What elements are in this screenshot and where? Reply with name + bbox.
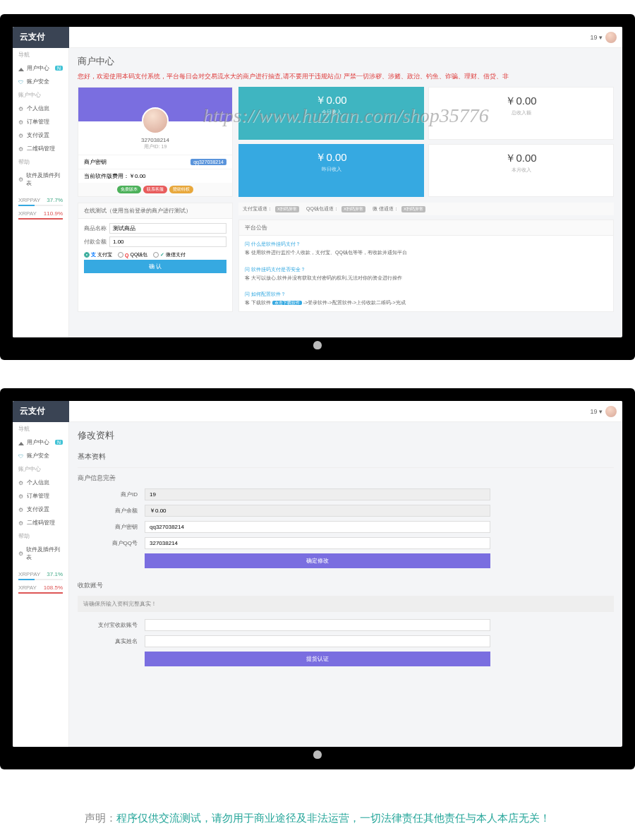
sidebar-item-profile[interactable]: 个人信息 bbox=[13, 476, 68, 489]
stat-xrpay: XRPAY108.5% bbox=[13, 583, 68, 592]
avatar[interactable] bbox=[605, 32, 617, 43]
radio-wechat[interactable]: ✓微信支付 bbox=[153, 251, 186, 258]
user-id-dropdown[interactable]: 19 ▾ bbox=[590, 34, 603, 41]
merchant-key-label: 商户密钥 bbox=[78, 523, 145, 531]
channel-status-row: 支付宝通道：X扫码异常 QQ钱包通道：X扫码异常 微 信通道：X扫码异常 bbox=[238, 203, 614, 215]
sidebar: 导航 用户中心N 账户安全 账户中心 个人信息 订单管理 支付设置 二维码管理 … bbox=[13, 422, 69, 747]
amount-input[interactable] bbox=[109, 236, 226, 247]
merchant-balance-input bbox=[145, 505, 490, 517]
status-badge: X扫码异常 bbox=[341, 206, 365, 212]
apple-icon bbox=[313, 341, 322, 349]
sidebar-item-plugins[interactable]: 软件及插件列表 bbox=[13, 169, 68, 190]
sidebar: 导航 用户中心 N 账户安全 账户中心 个人信息 订单管理 支付设置 二维码管理… bbox=[13, 48, 69, 337]
merchant-key-tag[interactable]: qq327038214 bbox=[190, 159, 226, 165]
sidebar-item-label: 二维码管理 bbox=[27, 145, 55, 152]
sidebar-item-label: 订单管理 bbox=[27, 118, 49, 126]
sidebar-item-qrcode[interactable]: 二维码管理 bbox=[13, 516, 68, 529]
sidebar-item-qrcode[interactable]: 二维码管理 bbox=[13, 142, 68, 155]
download-link[interactable]: 点击下载软件 bbox=[272, 301, 302, 305]
profile-avatar bbox=[142, 107, 169, 134]
watermark: https://www.huzhan.com/shop35776 bbox=[202, 104, 489, 127]
merchant-id-input bbox=[145, 488, 490, 500]
gear-icon bbox=[18, 119, 24, 125]
sidebar-item-plugins[interactable]: 软件及插件列表 bbox=[13, 543, 68, 564]
merchant-id-label: 商户ID bbox=[78, 491, 145, 498]
sidebar-item-user-center[interactable]: 用户中心N bbox=[13, 436, 68, 449]
brand-logo: 云支付 bbox=[13, 27, 69, 48]
faq-a1: 客 使用软件进行监控个人收款，支付宝、QQ钱包等等，有收款并通知平台 bbox=[245, 248, 607, 257]
topbar: 云支付 19 ▾ bbox=[13, 401, 622, 422]
product-name-input[interactable] bbox=[109, 223, 226, 234]
gear-icon bbox=[18, 551, 23, 556]
sidebar-item-label: 软件及插件列表 bbox=[26, 172, 63, 187]
test-panel-header: 在线测试（使用当前登录的商户进行测试） bbox=[78, 203, 232, 219]
section-basic-info: 基本资料 bbox=[78, 446, 614, 468]
shield-icon bbox=[18, 79, 24, 85]
pill-sponsor[interactable]: 赞助特权 bbox=[169, 186, 193, 193]
announcement-header: 平台公告 bbox=[239, 220, 613, 236]
amount-label: 付款金额 bbox=[84, 238, 109, 246]
apple-icon bbox=[313, 750, 322, 759]
gear-icon bbox=[18, 493, 24, 499]
gear-icon bbox=[18, 480, 24, 486]
stat-xrppay: XRPPAY37.1% bbox=[13, 570, 68, 579]
faq-q2: 问 软件挂码支付是否安全？ bbox=[245, 265, 607, 274]
pill-contact[interactable]: 联系客服 bbox=[143, 186, 167, 193]
sidebar-item-orders[interactable]: 订单管理 bbox=[13, 489, 68, 503]
pill-free[interactable]: 免费版本 bbox=[117, 186, 141, 193]
radio-qq[interactable]: QQQ钱包 bbox=[118, 251, 147, 258]
page-title: 商户中心 bbox=[78, 55, 614, 68]
sidebar-item-payment[interactable]: 支付设置 bbox=[13, 128, 68, 142]
payment-methods: 支支付宝 QQQ钱包 ✓微信支付 bbox=[84, 250, 226, 260]
alipay-account-input[interactable] bbox=[145, 619, 490, 631]
home-icon bbox=[18, 440, 24, 445]
sidebar-item-label: 个人信息 bbox=[27, 104, 49, 112]
faq-q3: 问 如何配置软件？ bbox=[245, 290, 607, 299]
disclaimer: 声明：程序仅供交流测试，请勿用于商业途径及非法运营，一切法律责任其他责任与本人本… bbox=[0, 798, 635, 839]
progress-bar bbox=[18, 218, 63, 220]
stat-xrppay: XRPPAY37.7% bbox=[13, 196, 68, 205]
merchant-balance-label: 商户余额 bbox=[78, 507, 145, 515]
receiving-account-heading: 收款账号 bbox=[78, 581, 614, 590]
profile-id: 327038214 bbox=[78, 137, 232, 143]
badge-new: N bbox=[55, 66, 63, 71]
faq-a3: 客 下载软件 点击下载软件 ->登录软件->配置软件->上传收款二维码->完成 bbox=[245, 299, 607, 307]
monitor-1: 云支付 19 ▾ 导航 用户中心 N 账户安全 账户中心 个人信息 订单管理 支… bbox=[0, 14, 635, 360]
product-name-label: 商品名称 bbox=[84, 224, 109, 232]
sidebar-item-orders[interactable]: 订单管理 bbox=[13, 115, 68, 128]
profile-card: 327038214 用户ID: 19 商户密钥 qq327038214 当前软件… bbox=[78, 87, 233, 197]
gear-icon bbox=[18, 176, 23, 182]
sidebar-item-payment[interactable]: 支付设置 bbox=[13, 503, 68, 516]
merchant-qq-input[interactable] bbox=[145, 537, 490, 549]
gear-icon bbox=[18, 106, 24, 112]
merchant-qq-label: 商户QQ号 bbox=[78, 539, 145, 547]
brand-logo: 云支付 bbox=[13, 401, 69, 422]
gear-icon bbox=[18, 133, 24, 138]
submit-modify-button[interactable]: 确定修改 bbox=[145, 553, 490, 568]
announcement-panel: 平台公告 问 什么是软件挂码支付？ 客 使用软件进行监控个人收款，支付宝、QQ钱… bbox=[238, 220, 614, 312]
faq-a2: 客 大可以放心,软件并没有获取支付密码的权利,无法对你的资金进行操作 bbox=[245, 274, 607, 282]
progress-bar bbox=[18, 579, 63, 580]
confirm-button[interactable]: 确 认 bbox=[84, 260, 226, 273]
merchant-info-heading: 商户信息完善 bbox=[78, 474, 614, 483]
avatar[interactable] bbox=[605, 406, 617, 417]
test-panel: 在线测试（使用当前登录的商户进行测试） 商品名称 付款金额 支支付宝 QQQ钱包… bbox=[78, 203, 233, 312]
sidebar-item-profile[interactable]: 个人信息 bbox=[13, 102, 68, 115]
user-id-dropdown[interactable]: 19 ▾ bbox=[590, 408, 603, 415]
merchant-key-input[interactable] bbox=[145, 521, 490, 533]
gear-icon bbox=[18, 520, 24, 526]
profile-uid: 用户ID: 19 bbox=[78, 143, 232, 150]
nav-section-title: 导航 bbox=[13, 48, 68, 61]
real-name-input[interactable] bbox=[145, 635, 490, 647]
status-badge: X扫码异常 bbox=[401, 206, 425, 212]
sidebar-item-label: 账户安全 bbox=[27, 78, 49, 85]
nav-section-title: 帮助 bbox=[13, 155, 68, 169]
submit-verify-button[interactable]: 提货认证 bbox=[145, 652, 490, 666]
sidebar-item-user-center[interactable]: 用户中心 N bbox=[13, 61, 68, 75]
progress-bar bbox=[18, 592, 63, 594]
stat-yesterday-income: ￥0.00昨日收入 bbox=[238, 144, 424, 197]
gear-icon bbox=[18, 507, 24, 512]
sidebar-item-security[interactable]: 账户安全 bbox=[13, 449, 68, 462]
sidebar-item-security[interactable]: 账户安全 bbox=[13, 75, 68, 88]
radio-alipay[interactable]: 支支付宝 bbox=[84, 251, 112, 258]
